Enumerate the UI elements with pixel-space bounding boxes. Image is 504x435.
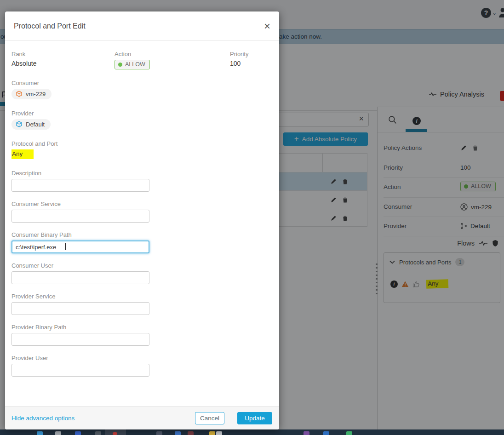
provider-service-field-group: Provider Service xyxy=(11,293,270,315)
taskbar-icon[interactable] xyxy=(95,431,101,435)
policy-summary: Rank Absolute Action ALLOW Priority 100 xyxy=(11,51,270,69)
rank-label: Rank xyxy=(11,51,115,57)
consumer-block: Consumer vm-229 xyxy=(11,80,270,99)
consumer-user-field-group: Consumer User xyxy=(11,262,270,284)
modal-footer: Hide advanced options Cancel Update xyxy=(5,406,279,429)
scope-cube-icon xyxy=(16,91,23,97)
taskbar-icon[interactable] xyxy=(323,431,329,435)
screen: ? ⌄ ou ake action now. P × + Add Absolut… xyxy=(0,0,504,435)
provider-label: Provider xyxy=(11,110,270,117)
consumer-chip[interactable]: vm-229 xyxy=(11,89,52,99)
close-icon[interactable]: × xyxy=(264,21,270,32)
consumer-user-label: Consumer User xyxy=(11,262,270,269)
description-input[interactable] xyxy=(11,179,149,192)
allow-badge-label: ALLOW xyxy=(125,61,145,68)
protocol-and-port-label: Protocol and Port xyxy=(11,140,270,147)
provider-user-input[interactable] xyxy=(11,364,149,377)
consumer-chip-label: vm-229 xyxy=(26,91,46,97)
protocol-block: Protocol and Port Any xyxy=(11,140,270,159)
description-label: Description xyxy=(11,170,270,177)
protocol-port-edit-modal: Protocol and Port Edit × Rank Absolute A… xyxy=(5,11,279,429)
allow-badge[interactable]: ALLOW xyxy=(115,60,150,69)
modal-body: Rank Absolute Action ALLOW Priority 100 xyxy=(5,41,279,406)
consumer-binary-path-input[interactable] xyxy=(11,240,149,253)
hide-advanced-options-link[interactable]: Hide advanced options xyxy=(11,415,74,422)
provider-service-label: Provider Service xyxy=(11,293,270,300)
provider-service-input[interactable] xyxy=(11,302,149,315)
provider-binary-path-label: Provider Binary Path xyxy=(11,324,270,331)
modal-title: Protocol and Port Edit xyxy=(14,22,86,30)
taskbar-icon[interactable] xyxy=(113,432,117,435)
modal-header: Protocol and Port Edit × xyxy=(5,11,279,41)
text-caret xyxy=(65,243,66,250)
consumer-binary-path-label: Consumer Binary Path xyxy=(11,231,270,238)
rank-value: Absolute xyxy=(11,60,115,67)
consumer-service-input[interactable] xyxy=(11,210,149,223)
provider-user-field-group: Provider User xyxy=(11,355,270,377)
priority-value: 100 xyxy=(230,60,270,67)
taskbar-icon[interactable] xyxy=(188,431,194,435)
taskbar-icon[interactable] xyxy=(346,431,352,435)
taskbar-icon[interactable] xyxy=(216,431,222,435)
taskbar-icon[interactable] xyxy=(304,431,309,435)
consumer-user-input[interactable] xyxy=(11,271,149,284)
provider-block: Provider Default xyxy=(11,110,270,130)
consumer-service-label: Consumer Service xyxy=(11,200,270,207)
protocol-value-highlight: Any xyxy=(11,149,34,159)
consumer-binary-path-field-group: Consumer Binary Path xyxy=(11,231,270,253)
provider-binary-path-field-group: Provider Binary Path xyxy=(11,324,270,346)
provider-binary-path-input[interactable] xyxy=(11,333,149,346)
priority-label: Priority xyxy=(230,51,270,57)
allow-dot-icon xyxy=(118,63,122,67)
scope-cube-icon xyxy=(16,121,23,128)
taskbar-icon[interactable] xyxy=(175,431,181,435)
provider-user-label: Provider User xyxy=(11,355,270,361)
action-label: Action xyxy=(115,51,230,57)
taskbar-icon[interactable] xyxy=(55,431,61,435)
provider-chip[interactable]: Default xyxy=(11,119,51,130)
consumer-label: Consumer xyxy=(11,80,270,86)
taskbar-icon[interactable] xyxy=(156,431,162,435)
update-button[interactable]: Update xyxy=(237,412,272,424)
taskbar-icon[interactable] xyxy=(209,431,215,435)
consumer-service-field-group: Consumer Service xyxy=(11,200,270,223)
cancel-button[interactable]: Cancel xyxy=(195,412,224,424)
provider-chip-label: Default xyxy=(26,121,45,128)
description-field-group: Description xyxy=(11,170,270,192)
windows-taskbar[interactable] xyxy=(0,429,504,435)
taskbar-icon[interactable] xyxy=(37,431,43,435)
taskbar-icon[interactable] xyxy=(75,431,81,435)
